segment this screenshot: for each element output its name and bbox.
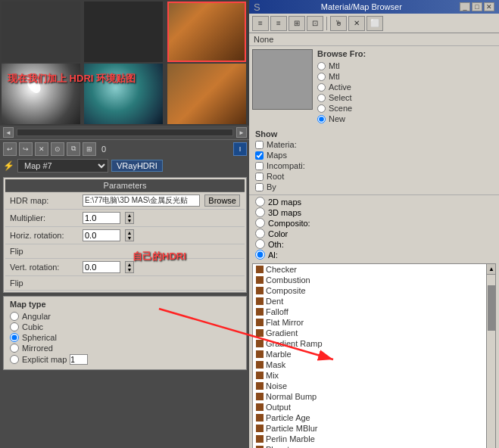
radio-cubic-input[interactable]: [10, 322, 19, 331]
vert-rot-input[interactable]: [83, 261, 120, 273]
radio-mirrored-input[interactable]: [10, 344, 19, 353]
toolbar-row: ↩ ↪ ✕ ⊙ ⧉ ⊞ 0 I: [0, 139, 250, 157]
browser-btn-4[interactable]: ⊡: [307, 16, 323, 31]
grid-btn[interactable]: ⊞: [83, 142, 96, 156]
list-item[interactable]: Normal Bump: [253, 391, 486, 402]
mat-item-label: Noise: [266, 381, 287, 390]
delete-btn[interactable]: ✕: [35, 142, 48, 156]
filter-all-radio[interactable]: [255, 250, 265, 260]
list-item[interactable]: Gradient Ramp: [253, 338, 486, 349]
copy-btn[interactable]: ⧉: [67, 142, 80, 156]
list-item[interactable]: Particle Age: [253, 412, 486, 423]
filter-compositors-radio[interactable]: [255, 218, 265, 228]
list-item[interactable]: Planet: [253, 444, 486, 448]
list-item[interactable]: Output: [253, 402, 486, 412]
filter-other-radio[interactable]: [255, 239, 265, 249]
browse-button[interactable]: Browse: [204, 194, 240, 207]
browse-from-title: Browse Fro:: [317, 49, 496, 58]
map-dropdown[interactable]: Map #7: [17, 159, 108, 173]
browser-btn-clear[interactable]: ⬜: [366, 16, 383, 31]
multiplier-row: Multiplier: ▲ ▼: [5, 210, 245, 227]
hdr-path-input[interactable]: [83, 194, 200, 207]
browser-btn-3[interactable]: ⊞: [288, 16, 305, 31]
radio-spherical: Spherical: [10, 333, 240, 342]
browser-separator: [326, 17, 327, 30]
show-maps-check[interactable]: [255, 151, 264, 160]
flip-row-2: Flip: [5, 276, 245, 291]
radio-mirrored: Mirrored: [10, 344, 240, 353]
list-item[interactable]: Perlin Marble: [253, 434, 486, 444]
list-item[interactable]: Composite: [253, 285, 486, 296]
browse-active-radio[interactable]: [317, 83, 326, 92]
browse-mtl2-radio[interactable]: [317, 73, 326, 81]
list-scroll-up-btn[interactable]: ▲: [487, 264, 496, 275]
list-item[interactable]: Particle MBlur: [253, 423, 486, 434]
browse-scene-radio[interactable]: [317, 104, 326, 113]
filter-2dmaps-radio[interactable]: [255, 197, 265, 207]
show-by-check[interactable]: [255, 183, 264, 191]
nav-scrollbar[interactable]: [17, 129, 233, 136]
mat-item-label: Output: [266, 403, 291, 412]
show-incompatible-label: Incompati:: [267, 161, 305, 170]
thumbnail-2[interactable]: [84, 2, 163, 62]
browser-btn-2[interactable]: ≡: [270, 16, 287, 31]
mat-icon: [256, 308, 264, 316]
thumbnail-6[interactable]: [167, 64, 246, 124]
show-root-check[interactable]: [255, 173, 264, 181]
multiplier-input[interactable]: [83, 212, 120, 224]
radio-explicit-input[interactable]: [10, 355, 19, 364]
material-list[interactable]: CheckerCombustionCompositeDentFalloffFla…: [252, 263, 496, 448]
show-incompatible-check[interactable]: [255, 162, 264, 170]
browser-title: Material/Map Browser: [321, 2, 402, 11]
link-btn[interactable]: ⊙: [51, 142, 64, 156]
show-by-label: By: [267, 182, 276, 191]
thumbnail-1[interactable]: [2, 2, 80, 62]
list-scrollbar[interactable]: ▲ ▼: [486, 264, 495, 448]
list-item[interactable]: Gradient: [253, 328, 486, 338]
browser-btn-delete[interactable]: ✕: [348, 16, 365, 31]
browse-new-radio[interactable]: [317, 115, 326, 123]
list-item[interactable]: Combustion: [253, 275, 486, 285]
browser-btn-1[interactable]: ≡: [252, 16, 269, 31]
explicit-value-input[interactable]: [70, 354, 88, 365]
list-item[interactable]: Noise: [253, 381, 486, 391]
toolbar-highlight[interactable]: I: [233, 142, 247, 156]
list-item[interactable]: Flat Mirror: [253, 317, 486, 328]
list-item[interactable]: Checker: [253, 264, 486, 275]
browser-btn-5[interactable]: 🖱: [330, 16, 347, 31]
win-maximize-btn[interactable]: □: [472, 2, 482, 11]
mat-icon: [256, 340, 264, 347]
list-item[interactable]: Dent: [253, 296, 486, 306]
browser-toolbar: ≡ ≡ ⊞ ⊡ 🖱 ✕ ⬜: [249, 14, 499, 33]
list-item[interactable]: Mask: [253, 359, 486, 370]
list-item[interactable]: Marble: [253, 349, 486, 359]
horiz-rot-spin[interactable]: ▲ ▼: [125, 229, 134, 241]
map-icon: ⚡: [3, 160, 14, 171]
horiz-rot-input[interactable]: [83, 229, 120, 241]
mat-icon: [256, 361, 264, 369]
horiz-rot-row: Horiz. rotation: ▲ ▼: [5, 227, 245, 244]
redo-btn[interactable]: ↪: [19, 142, 33, 156]
scroll-left-btn[interactable]: ◄: [3, 127, 14, 138]
show-materials-check[interactable]: [255, 141, 264, 149]
win-close-btn[interactable]: ✕: [484, 2, 494, 11]
list-scrollbar-thumb[interactable]: [488, 285, 495, 331]
multiplier-spin[interactable]: ▲ ▼: [125, 212, 134, 224]
browse-mtl1-row: Mtl: [317, 61, 496, 70]
filter-3dmaps-radio[interactable]: [255, 207, 265, 217]
show-incompatible-row: Incompati:: [255, 161, 493, 170]
scroll-right-btn[interactable]: ►: [236, 127, 247, 138]
list-item[interactable]: Mix: [253, 370, 486, 381]
undo-btn[interactable]: ↩: [3, 142, 17, 156]
mat-item-label: Mix: [266, 371, 279, 380]
thumbnail-3[interactable]: [167, 2, 246, 62]
browse-mtl1-radio[interactable]: [317, 62, 326, 70]
list-item[interactable]: Falloff: [253, 306, 486, 317]
radio-angular-input[interactable]: [10, 312, 19, 321]
show-title: Show: [255, 129, 493, 138]
browse-select-radio[interactable]: [317, 94, 326, 102]
show-materials-row: Materia:: [255, 140, 493, 149]
radio-spherical-input[interactable]: [10, 333, 19, 342]
win-minimize-btn[interactable]: _: [460, 2, 470, 11]
filter-color-radio[interactable]: [255, 229, 265, 238]
